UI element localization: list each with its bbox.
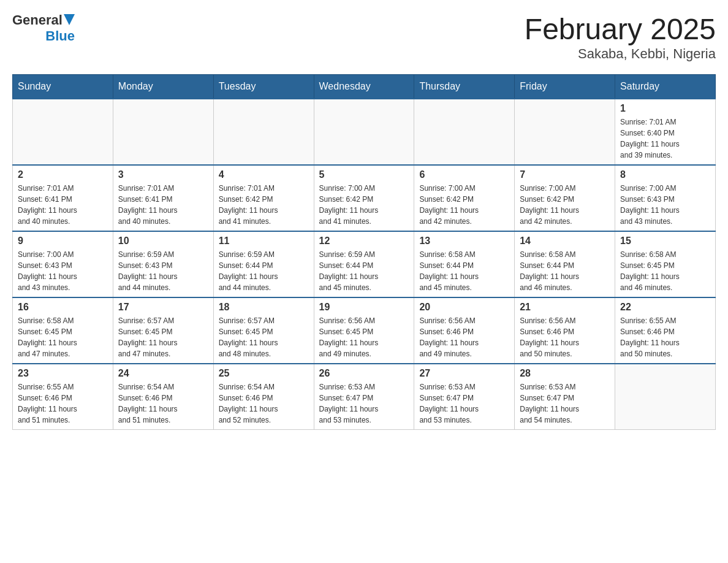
day-sun-info: Sunrise: 6:57 AM Sunset: 6:45 PM Dayligh… [219,315,309,359]
day-number: 19 [319,302,409,313]
calendar-cell: 14Sunrise: 6:58 AM Sunset: 6:44 PM Dayli… [515,231,615,297]
day-sun-info: Sunrise: 6:53 AM Sunset: 6:47 PM Dayligh… [419,381,509,426]
day-sun-info: Sunrise: 6:57 AM Sunset: 6:45 PM Dayligh… [118,315,208,359]
day-number: 14 [520,236,610,247]
calendar-cell: 21Sunrise: 6:56 AM Sunset: 6:46 PM Dayli… [515,297,615,364]
day-number: 27 [419,368,509,379]
day-of-week-header: Thursday [414,75,515,99]
week-row: 23Sunrise: 6:55 AM Sunset: 6:46 PM Dayli… [13,364,716,430]
day-of-week-header: Friday [515,75,615,99]
day-number: 16 [18,302,108,313]
calendar-cell: 13Sunrise: 6:58 AM Sunset: 6:44 PM Dayli… [414,231,515,297]
day-number: 4 [219,169,309,180]
calendar-cell: 26Sunrise: 6:53 AM Sunset: 6:47 PM Dayli… [314,364,414,430]
day-sun-info: Sunrise: 6:53 AM Sunset: 6:47 PM Dayligh… [520,381,610,426]
calendar-cell: 17Sunrise: 6:57 AM Sunset: 6:45 PM Dayli… [113,297,213,364]
day-number: 26 [319,368,409,379]
day-number: 6 [419,169,509,180]
calendar-cell: 27Sunrise: 6:53 AM Sunset: 6:47 PM Dayli… [414,364,515,430]
day-of-week-header: Tuesday [213,75,314,99]
calendar-table: SundayMondayTuesdayWednesdayThursdayFrid… [12,74,716,430]
calendar-cell: 6Sunrise: 7:00 AM Sunset: 6:42 PM Daylig… [414,165,515,231]
day-number: 17 [118,302,208,313]
day-number: 10 [118,236,208,247]
calendar-cell: 4Sunrise: 7:01 AM Sunset: 6:42 PM Daylig… [213,165,314,231]
day-of-week-header: Sunday [13,75,113,99]
calendar-cell: 12Sunrise: 6:59 AM Sunset: 6:44 PM Dayli… [314,231,414,297]
day-sun-info: Sunrise: 6:56 AM Sunset: 6:46 PM Dayligh… [419,315,509,359]
calendar-cell: 3Sunrise: 7:01 AM Sunset: 6:41 PM Daylig… [113,165,213,231]
day-sun-info: Sunrise: 7:01 AM Sunset: 6:41 PM Dayligh… [118,183,208,227]
day-sun-info: Sunrise: 6:59 AM Sunset: 6:44 PM Dayligh… [319,249,409,293]
week-row: 1Sunrise: 7:01 AM Sunset: 6:40 PM Daylig… [13,99,716,165]
calendar-cell: 25Sunrise: 6:54 AM Sunset: 6:46 PM Dayli… [213,364,314,430]
calendar-cell: 18Sunrise: 6:57 AM Sunset: 6:45 PM Dayli… [213,297,314,364]
day-of-week-header: Saturday [615,75,716,99]
calendar-cell: 9Sunrise: 7:00 AM Sunset: 6:43 PM Daylig… [13,231,113,297]
title-section: February 2025 Sakaba, Kebbi, Nigeria [525,12,716,62]
day-number: 3 [118,169,208,180]
day-sun-info: Sunrise: 6:54 AM Sunset: 6:46 PM Dayligh… [219,381,309,426]
day-sun-info: Sunrise: 6:59 AM Sunset: 6:44 PM Dayligh… [219,249,309,293]
day-sun-info: Sunrise: 6:55 AM Sunset: 6:46 PM Dayligh… [18,381,108,426]
logo-blue-text: Blue [45,28,75,44]
calendar-cell: 7Sunrise: 7:00 AM Sunset: 6:42 PM Daylig… [515,165,615,231]
location-subtitle: Sakaba, Kebbi, Nigeria [525,46,716,62]
day-number: 12 [319,236,409,247]
logo-general-text: General [12,12,63,28]
calendar-cell [314,99,414,165]
calendar-cell: 28Sunrise: 6:53 AM Sunset: 6:47 PM Dayli… [515,364,615,430]
day-number: 11 [219,236,309,247]
logo: General Blue [12,12,75,44]
calendar-cell: 11Sunrise: 6:59 AM Sunset: 6:44 PM Dayli… [213,231,314,297]
day-number: 24 [118,368,208,379]
day-sun-info: Sunrise: 6:56 AM Sunset: 6:45 PM Dayligh… [319,315,409,359]
svg-marker-0 [64,14,75,25]
day-sun-info: Sunrise: 7:00 AM Sunset: 6:43 PM Dayligh… [620,183,710,227]
day-sun-info: Sunrise: 7:01 AM Sunset: 6:40 PM Dayligh… [620,117,710,161]
day-number: 5 [319,169,409,180]
calendar-cell [113,99,213,165]
calendar-cell [414,99,515,165]
day-number: 18 [219,302,309,313]
day-sun-info: Sunrise: 6:58 AM Sunset: 6:44 PM Dayligh… [419,249,509,293]
day-sun-info: Sunrise: 6:54 AM Sunset: 6:46 PM Dayligh… [118,381,208,426]
calendar-cell: 1Sunrise: 7:01 AM Sunset: 6:40 PM Daylig… [615,99,716,165]
day-number: 22 [620,302,710,313]
day-sun-info: Sunrise: 6:59 AM Sunset: 6:43 PM Dayligh… [118,249,208,293]
calendar-cell [515,99,615,165]
week-row: 16Sunrise: 6:58 AM Sunset: 6:45 PM Dayli… [13,297,716,364]
calendar-cell [13,99,113,165]
day-sun-info: Sunrise: 6:53 AM Sunset: 6:47 PM Dayligh… [319,381,409,426]
day-sun-info: Sunrise: 6:58 AM Sunset: 6:44 PM Dayligh… [520,249,610,293]
day-of-week-header: Wednesday [314,75,414,99]
calendar-cell: 20Sunrise: 6:56 AM Sunset: 6:46 PM Dayli… [414,297,515,364]
calendar-cell: 24Sunrise: 6:54 AM Sunset: 6:46 PM Dayli… [113,364,213,430]
day-number: 21 [520,302,610,313]
calendar-cell: 23Sunrise: 6:55 AM Sunset: 6:46 PM Dayli… [13,364,113,430]
day-number: 13 [419,236,509,247]
calendar-cell: 22Sunrise: 6:55 AM Sunset: 6:46 PM Dayli… [615,297,716,364]
day-sun-info: Sunrise: 7:00 AM Sunset: 6:42 PM Dayligh… [520,183,610,227]
calendar-cell: 5Sunrise: 7:00 AM Sunset: 6:42 PM Daylig… [314,165,414,231]
page-header: General Blue February 2025 Sakaba, Kebbi… [12,12,716,62]
day-number: 23 [18,368,108,379]
calendar-cell: 10Sunrise: 6:59 AM Sunset: 6:43 PM Dayli… [113,231,213,297]
logo-arrow-icon [64,14,75,28]
day-sun-info: Sunrise: 6:58 AM Sunset: 6:45 PM Dayligh… [18,315,108,359]
day-number: 1 [620,103,710,114]
day-sun-info: Sunrise: 7:00 AM Sunset: 6:42 PM Dayligh… [319,183,409,227]
day-number: 7 [520,169,610,180]
day-sun-info: Sunrise: 7:00 AM Sunset: 6:43 PM Dayligh… [18,249,108,293]
day-number: 25 [219,368,309,379]
day-number: 28 [520,368,610,379]
day-sun-info: Sunrise: 7:00 AM Sunset: 6:42 PM Dayligh… [419,183,509,227]
day-number: 9 [18,236,108,247]
calendar-cell: 15Sunrise: 6:58 AM Sunset: 6:45 PM Dayli… [615,231,716,297]
week-row: 2Sunrise: 7:01 AM Sunset: 6:41 PM Daylig… [13,165,716,231]
calendar-cell: 2Sunrise: 7:01 AM Sunset: 6:41 PM Daylig… [13,165,113,231]
day-sun-info: Sunrise: 7:01 AM Sunset: 6:41 PM Dayligh… [18,183,108,227]
day-number: 2 [18,169,108,180]
day-number: 20 [419,302,509,313]
day-number: 8 [620,169,710,180]
